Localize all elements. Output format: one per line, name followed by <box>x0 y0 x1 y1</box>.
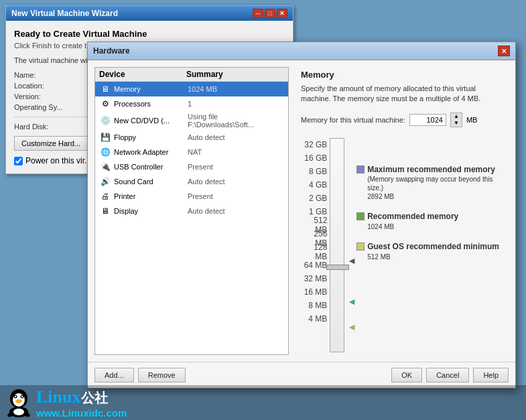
svg-point-8 <box>13 409 24 415</box>
device-name: New CD/DVD (... <box>114 117 188 125</box>
mem-scale-label: 32 GB <box>301 138 327 151</box>
legend-color-box <box>356 242 365 251</box>
add-button[interactable]: Add... <box>94 368 134 382</box>
wizard-header: Ready to Create Virtual Machine <box>14 29 285 39</box>
memory-increment-button[interactable]: ▲ <box>451 113 462 120</box>
memory-value-input[interactable] <box>409 114 446 126</box>
wizard-disk-label: Hard Disk: <box>14 123 68 131</box>
svg-point-5 <box>15 396 16 397</box>
device-row[interactable]: 💿 New CD/DVD (... Using file F:\Download… <box>95 111 288 130</box>
memory-slider-thumb[interactable] <box>326 265 349 270</box>
device-summary: Auto detect <box>188 178 284 186</box>
ok-button[interactable]: OK <box>391 368 422 382</box>
mem-scale-label: 4 MB <box>301 312 327 326</box>
device-icon: 🔌 <box>99 161 111 173</box>
device-name: Memory <box>114 85 188 93</box>
device-icon: 💾 <box>99 131 111 143</box>
device-summary: 1 <box>188 100 284 108</box>
device-row[interactable]: 💾 Floppy Auto detect <box>95 130 288 145</box>
brand-text: Linux <box>36 387 81 407</box>
device-list-header: Device Summary <box>95 68 288 82</box>
svg-point-7 <box>15 399 22 403</box>
wizard-location-label: Location: <box>14 82 68 90</box>
legend-text: Guest OS recommended minimum 512 MB <box>367 242 499 261</box>
device-column-header: Device <box>99 70 186 79</box>
wizard-name-label: Name: <box>14 71 68 79</box>
memory-track[interactable] <box>330 138 344 352</box>
watermark-url: www.Linuxidc.com <box>36 407 127 419</box>
device-summary: Present <box>188 163 284 171</box>
mem-scale-label: 4 GB <box>301 178 327 192</box>
hw-body: Device Summary 🖥 Memory 1024 MB ⚙ Proces… <box>88 60 515 362</box>
wizard-close-button[interactable]: ✕ <box>277 9 287 18</box>
memory-visualization: 32 GB16 GB8 GB4 GB2 GB1 GB512 MB256 MB12… <box>301 138 503 352</box>
memory-decrement-button[interactable]: ▼ <box>451 120 462 127</box>
hw-footer: Add... Remove OK Cancel Help <box>88 362 515 388</box>
power-on-label: Power on this vir... <box>25 156 91 165</box>
hw-titlebar: Hardware ✕ <box>88 42 515 60</box>
legend-color-box <box>356 165 365 173</box>
customize-hardware-button[interactable]: Customize Hard... <box>14 136 88 151</box>
right-panel: Memory Specify the amount of memory allo… <box>295 67 509 355</box>
legend-text: Maximum recommended memory (Memory swapp… <box>367 165 503 202</box>
device-summary: Using file F:\Downloads\Soft... <box>188 113 284 129</box>
wizard-maximize-button[interactable]: □ <box>265 9 275 18</box>
device-row[interactable]: 🔌 USB Controller Present <box>95 159 288 174</box>
device-row[interactable]: 🌐 Network Adapter NAT <box>95 145 288 159</box>
memory-legend: Maximum recommended memory (Memory swapp… <box>356 138 503 261</box>
device-summary: 1024 MB <box>188 85 284 93</box>
memory-scale-labels: 32 GB16 GB8 GB4 GB2 GB1 GB512 MB256 MB12… <box>301 138 330 326</box>
mem-scale-label: 32 MB <box>301 272 327 285</box>
device-row[interactable]: 🖥 Display Auto detect <box>95 204 288 218</box>
legend-color-box <box>356 212 365 220</box>
brand-suffix: 公社 <box>81 391 108 405</box>
wizard-minimize-button[interactable]: ─ <box>253 9 263 18</box>
wizard-titlebar: New Virtual Machine Wizard ─ □ ✕ <box>6 6 293 21</box>
mem-scale-label: 16 MB <box>301 285 327 299</box>
svg-point-6 <box>21 396 23 397</box>
mem-scale-label: 2 GB <box>301 192 327 205</box>
device-icon: 🔊 <box>99 176 111 188</box>
watermark: Linux公社 www.Linuxidc.com <box>0 385 526 420</box>
legend-item: Guest OS recommended minimum 512 MB <box>356 242 503 261</box>
mem-scale-label: 64 MB <box>301 259 327 272</box>
device-list: 🖥 Memory 1024 MB ⚙ Processors 1 💿 New CD… <box>95 82 288 218</box>
device-name: Sound Card <box>114 178 188 186</box>
memory-spinner: ▲ ▼ <box>450 113 462 127</box>
watermark-brand: Linux公社 www.Linuxidc.com <box>36 387 127 419</box>
mem-scale-label: 16 GB <box>301 151 327 165</box>
wizard-titlebar-buttons: ─ □ ✕ <box>253 9 287 18</box>
device-icon: 🖥 <box>99 83 111 95</box>
device-row[interactable]: ⚙ Processors 1 <box>95 96 288 111</box>
mem-scale-label: 8 MB <box>301 299 327 312</box>
help-button[interactable]: Help <box>473 368 509 382</box>
device-row[interactable]: 🖨 Printer Present <box>95 189 288 204</box>
remove-button[interactable]: Remove <box>138 368 186 382</box>
device-summary: Auto detect <box>188 207 284 215</box>
hw-footer-right: OK Cancel Help <box>391 368 509 382</box>
device-name: USB Controller <box>114 163 188 171</box>
hw-close-button[interactable]: ✕ <box>498 46 510 56</box>
hw-footer-left: Add... Remove <box>94 368 186 382</box>
power-on-checkbox[interactable] <box>14 157 23 165</box>
hw-title: Hardware <box>93 46 130 56</box>
legend-text: Recommended memory 1024 MB <box>367 212 458 231</box>
arrow-rec-indicator: ◄ <box>347 296 356 307</box>
wizard-version-label: Version: <box>14 92 68 100</box>
device-icon: ⚙ <box>99 98 111 110</box>
rp-description: Specify the amount of memory allocated t… <box>301 84 503 104</box>
device-summary: NAT <box>188 148 284 156</box>
wizard-title: New Virtual Machine Wizard <box>11 9 118 18</box>
hardware-window: Hardware ✕ Device Summary 🖥 Memory 1024 … <box>87 42 516 389</box>
device-name: Network Adapter <box>114 148 188 156</box>
device-summary: Auto detect <box>188 133 284 141</box>
cancel-button[interactable]: Cancel <box>426 368 469 382</box>
device-row[interactable]: 🖥 Memory 1024 MB <box>95 82 288 96</box>
device-icon: 🖨 <box>99 190 111 202</box>
device-row[interactable]: 🔊 Sound Card Auto detect <box>95 174 288 189</box>
memory-unit: MB <box>466 116 478 124</box>
memory-input-row: Memory for this virtual machine: ▲ ▼ MB <box>301 113 503 127</box>
device-name: Display <box>114 207 188 215</box>
device-icon: 🖥 <box>99 205 111 217</box>
device-name: Processors <box>114 100 188 108</box>
